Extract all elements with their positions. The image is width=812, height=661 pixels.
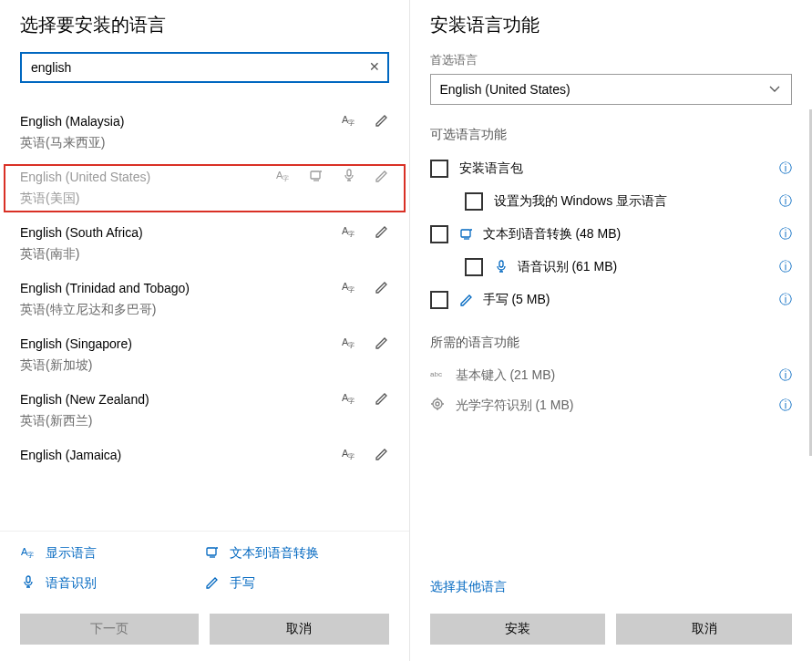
svg-rect-19 xyxy=(207,548,216,555)
info-icon[interactable]: ⓘ xyxy=(779,226,792,243)
cancel-button-right[interactable]: 取消 xyxy=(616,614,792,645)
language-name: English (Malaysia) xyxy=(20,114,124,129)
optional-features-header: 可选语言功能 xyxy=(410,119,813,152)
language-capability-icons: A字 xyxy=(342,279,389,296)
feature-checkbox[interactable] xyxy=(465,192,483,211)
language-capability-icons: A字 xyxy=(342,335,389,352)
install-button[interactable]: 安装 xyxy=(430,614,606,645)
handwriting-icon xyxy=(204,574,221,592)
language-name: English (South Africa) xyxy=(20,225,143,240)
language-name-native: 英语(特立尼达和多巴哥) xyxy=(20,302,389,318)
info-icon[interactable]: ⓘ xyxy=(779,367,792,384)
feature-label: 安装语言包 xyxy=(459,160,769,177)
search-box[interactable]: ✕ xyxy=(20,52,389,83)
required-feature-label: 基本键入 (21 MB) xyxy=(456,367,769,384)
info-icon[interactable]: ⓘ xyxy=(779,398,792,414)
info-icon[interactable]: ⓘ xyxy=(779,160,792,177)
display-icon: A字 xyxy=(342,112,356,129)
feature-checkbox[interactable] xyxy=(465,258,483,276)
svg-rect-4 xyxy=(311,171,320,179)
feature-label: 语音识别 (61 MB) xyxy=(494,259,769,276)
preferred-language-select[interactable]: English (United States) xyxy=(430,74,793,105)
language-item[interactable]: English (Jamaica)A字 xyxy=(0,439,409,472)
svg-text:字: 字 xyxy=(348,342,355,348)
right-button-row: 安装 取消 xyxy=(410,603,813,661)
speech-icon xyxy=(494,259,509,276)
required-features-header: 所需的语言功能 xyxy=(410,327,813,360)
required-feature-label: 光学字符识别 (1 MB) xyxy=(456,398,769,414)
feature-checkbox[interactable] xyxy=(430,291,448,309)
page-title-right: 安装语言功能 xyxy=(410,13,813,52)
svg-text:字: 字 xyxy=(348,119,355,126)
cancel-button-left[interactable]: 取消 xyxy=(210,614,388,645)
language-capability-icons: A字 xyxy=(342,446,389,463)
svg-point-5 xyxy=(320,170,322,172)
feature-row: 文本到语音转换 (48 MB)ⓘ xyxy=(410,218,813,251)
right-body: 可选语言功能 安装语言包ⓘ设置为我的 Windows 显示语言ⓘ文本到语音转换 … xyxy=(410,119,813,578)
language-capability-icons: A字 xyxy=(342,390,389,408)
display-icon: A字 xyxy=(342,223,356,241)
language-capability-icons: A字 xyxy=(342,223,389,241)
svg-point-26 xyxy=(433,399,442,408)
svg-text:字: 字 xyxy=(348,398,355,404)
language-item[interactable]: English (South Africa)A字英语(南非) xyxy=(0,216,409,272)
choose-other-language-link[interactable]: 选择其他语言 xyxy=(410,579,527,603)
legend: A字 显示语言 文本到语音转换 语音识别 手写 xyxy=(0,531,409,603)
svg-point-23 xyxy=(470,229,472,231)
legend-tts: 文本到语音转换 xyxy=(204,544,388,562)
search-input[interactable] xyxy=(31,60,360,75)
language-item[interactable]: English (Malaysia)A字英语(马来西亚) xyxy=(0,105,409,160)
legend-speech: 语音识别 xyxy=(20,574,204,592)
legend-display: A字 显示语言 xyxy=(20,544,204,562)
handwriting-icon xyxy=(375,335,389,352)
language-name: English (Jamaica) xyxy=(20,448,121,462)
language-name: English (New Zealand) xyxy=(20,392,149,407)
svg-text:字: 字 xyxy=(348,231,355,237)
abc-icon: abc xyxy=(430,367,445,384)
feature-row: 设置为我的 Windows 显示语言ⓘ xyxy=(410,185,813,218)
feature-checkbox[interactable] xyxy=(430,225,448,243)
speech-icon xyxy=(342,168,356,185)
language-item[interactable]: English (Singapore)A字英语(新加坡) xyxy=(0,327,409,383)
ocr-icon xyxy=(430,397,445,414)
info-icon[interactable]: ⓘ xyxy=(779,259,792,275)
page-title-left: 选择要安装的语言 xyxy=(0,13,409,52)
feature-row: 语音识别 (61 MB)ⓘ xyxy=(410,251,813,284)
language-name: English (United States) xyxy=(20,170,150,184)
handwriting-icon xyxy=(459,292,474,309)
language-item[interactable]: English (New Zealand)A字英语(新西兰) xyxy=(0,383,409,439)
info-icon[interactable]: ⓘ xyxy=(779,193,792,210)
language-name: English (Trinidad and Tobago) xyxy=(20,281,190,295)
language-item[interactable]: English (Trinidad and Tobago)A字英语(特立尼达和多… xyxy=(0,272,409,327)
language-capability-icons: A字 xyxy=(342,112,389,129)
feature-checkbox[interactable] xyxy=(430,160,448,178)
display-icon: A字 xyxy=(276,168,291,185)
display-language-icon: A字 xyxy=(20,544,36,562)
handwriting-icon xyxy=(375,112,389,129)
language-name-native: 英语(南非) xyxy=(20,246,389,263)
handwriting-icon xyxy=(375,168,389,185)
svg-rect-24 xyxy=(499,261,503,267)
language-name-native: 英语(美国) xyxy=(20,191,389,207)
language-item[interactable]: English (United States)A字英语(美国) xyxy=(0,160,409,216)
handwriting-icon xyxy=(375,279,389,296)
svg-text:字: 字 xyxy=(27,552,34,558)
preferred-language-label: 首选语言 xyxy=(410,52,813,74)
svg-point-20 xyxy=(216,547,218,549)
next-button[interactable]: 下一页 xyxy=(20,614,199,645)
language-name-native: 英语(新西兰) xyxy=(20,413,389,429)
svg-rect-22 xyxy=(461,230,470,237)
language-capability-icons: A字 xyxy=(276,168,389,185)
svg-rect-21 xyxy=(26,576,30,583)
language-selection-pane: 选择要安装的语言 ✕ English (Malaysia)A字英语(马来西亚)E… xyxy=(0,0,409,661)
svg-rect-6 xyxy=(347,170,351,176)
search-wrap: ✕ xyxy=(0,52,409,92)
feature-row: 安装语言包ⓘ xyxy=(410,152,813,185)
svg-point-27 xyxy=(436,402,439,406)
chevron-down-icon xyxy=(767,81,782,98)
info-icon[interactable]: ⓘ xyxy=(779,292,792,308)
feature-label: 设置为我的 Windows 显示语言 xyxy=(494,193,769,210)
clear-search-icon[interactable]: ✕ xyxy=(369,59,380,74)
svg-text:字: 字 xyxy=(348,286,355,293)
tts-icon xyxy=(204,544,221,562)
